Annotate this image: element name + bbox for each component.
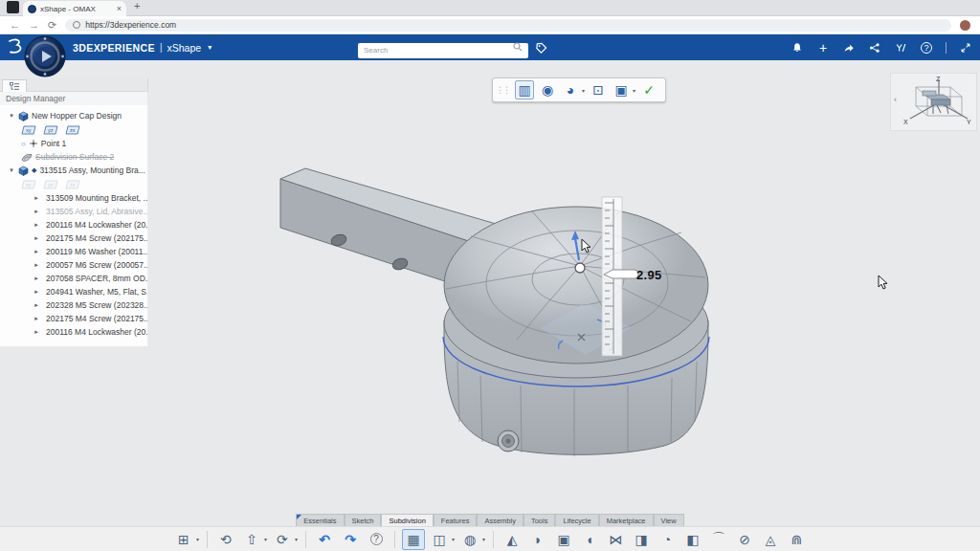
frame-face-button[interactable]: ▣ (552, 529, 575, 550)
axis-y-label[interactable]: Y (967, 119, 971, 125)
search-box[interactable] (358, 39, 528, 58)
address-bar[interactable]: https://3dexperience.com (65, 19, 951, 32)
help-button[interactable]: ? (365, 529, 388, 550)
model-bolt[interactable] (498, 430, 519, 452)
loop-edge-button[interactable]: ⋈ (604, 529, 627, 550)
profile-avatar[interactable] (960, 20, 970, 31)
collapse-caret-icon[interactable]: ▸ (33, 221, 40, 229)
toolbar-drag-handle[interactable]: ⋮⋮ (496, 85, 509, 95)
collapse-caret-icon[interactable]: ▸ (33, 248, 40, 255)
tree-item-subdivision-surface[interactable]: Subdivision Surface 2 (0, 150, 147, 164)
expand-caret-icon[interactable]: ▾ (8, 112, 15, 120)
plane-zx-icon[interactable]: zx (65, 179, 81, 190)
check-update-tool-button[interactable]: ✓ (639, 80, 658, 99)
bridge-faces-button[interactable]: ⋒ (785, 529, 808, 550)
help-icon[interactable]: ? (920, 41, 933, 55)
app-switcher[interactable]: 3DEXPERIENCE | xShape ▾ (73, 34, 212, 60)
refresh-icon[interactable]: ⟳ (48, 20, 56, 31)
tab-close-icon[interactable]: × (117, 5, 122, 13)
plane-xy-icon[interactable]: xy (21, 179, 37, 190)
tab-marketplace[interactable]: Marketplace (599, 514, 654, 526)
sphere-primitive-button[interactable]: ◍ (458, 529, 481, 550)
tree-item-part[interactable]: ▸ 202175 M4 Screw (202175... (0, 312, 147, 325)
tab-view[interactable]: View (654, 514, 684, 526)
chevron-down-icon[interactable]: ▾ (196, 536, 199, 542)
plane-yz-icon[interactable]: yz (43, 124, 59, 136)
share-arrow-icon[interactable] (842, 41, 856, 55)
refresh-sync-button[interactable]: ⟳ (271, 529, 294, 550)
box-primitive-button[interactable]: ▦ (402, 529, 425, 550)
notifications-bell-icon[interactable] (791, 41, 804, 55)
tab-assembly[interactable]: Assembly (477, 514, 523, 526)
tree-item-part[interactable]: ▸ 202175 M4 Screw (202175... (0, 231, 147, 245)
collapse-caret-icon[interactable]: ▸ (33, 275, 40, 282)
cut-sphere-button[interactable]: ◔ (656, 529, 679, 550)
back-icon[interactable]: ← (10, 20, 20, 31)
fill-face-button[interactable]: ◨ (630, 529, 653, 550)
search-input[interactable] (358, 43, 528, 58)
plane-zx-icon[interactable]: zx (65, 124, 81, 136)
assistant-y-slash-icon[interactable] (894, 41, 907, 55)
tree-item-root[interactable]: ▾ New Hopper Cap Design (0, 109, 147, 122)
tab-sketch[interactable]: Sketch (345, 514, 382, 526)
chevron-down-icon[interactable]: ▾ (582, 87, 585, 94)
view-cube[interactable]: Z X Y (891, 74, 976, 130)
revolve-surface-button[interactable]: ◗ (526, 529, 549, 550)
tree-view-tab[interactable] (2, 79, 27, 92)
tab-essentials[interactable]: Essentials (296, 514, 344, 526)
chevron-down-icon[interactable]: ▾ (633, 87, 635, 94)
resize-collapse-icon[interactable] (959, 41, 972, 55)
tab-tools[interactable]: Tools (523, 514, 556, 526)
cylinder-primitive-button[interactable]: ◫ (428, 529, 451, 550)
share-network-icon[interactable] (868, 41, 881, 55)
compass-logo[interactable] (23, 34, 67, 78)
collapse-caret-icon[interactable]: ▸ (33, 261, 40, 269)
view-cube-panel[interactable]: ‹ Z X Y (890, 73, 977, 131)
axis-z-label[interactable]: Z (936, 76, 941, 82)
tree-item-part[interactable]: ▸ 202328 M5 Screw (202328... (0, 298, 147, 312)
collapse-caret-icon[interactable]: ▸ (33, 288, 40, 296)
update-part-button[interactable]: ⟲ (214, 529, 237, 550)
tree-item-part[interactable]: ▸ 204941 Washer, M5, Flat, S... (0, 285, 147, 298)
display-sphere-tool-button[interactable]: ◉ (538, 80, 557, 99)
render-style-tool-button[interactable]: ▣ (612, 80, 631, 99)
chevron-down-icon[interactable]: ▾ (295, 536, 298, 542)
tree-item-part[interactable]: ▸ 207058 SPACER, 8mm OD... (0, 272, 147, 285)
tab-features[interactable]: Features (434, 514, 478, 526)
tab-subdivision[interactable]: Subdivision (381, 514, 433, 526)
plane-xy-icon[interactable]: xy (21, 124, 37, 136)
share-upload-button[interactable]: ⇧ (240, 529, 263, 550)
new-content-button[interactable]: ⊞ (172, 529, 195, 550)
tree-item-part[interactable]: ▸ 200116 M4 Lockwasher (20... (0, 218, 147, 231)
tag-icon[interactable] (535, 42, 547, 55)
tree-item-part[interactable]: ▸ 200116 M4 Lockwasher (20... (0, 325, 147, 339)
tree-item-part[interactable]: ▸ 200119 M6 Washer (20011... (0, 245, 147, 258)
extrude-face-button[interactable]: ◭ (501, 529, 523, 550)
tree-item-part[interactable]: ▸ 313509 Mounting Bracket, ... (0, 191, 147, 205)
new-tab-button[interactable]: + (134, 0, 140, 11)
forward-icon[interactable]: → (29, 20, 39, 31)
collapse-chevron-icon[interactable]: ‹ (894, 95, 897, 104)
collapse-caret-icon[interactable]: ▸ (33, 328, 40, 336)
browser-tab[interactable]: xShape - OMAX × (23, 1, 126, 16)
axis-x-label[interactable]: X (903, 119, 908, 125)
chevron-down-icon[interactable]: ▾ (264, 536, 267, 542)
collapse-caret-icon[interactable]: ▸ (33, 315, 40, 322)
tree-item-assembly[interactable]: ▾ ◆ 313515 Assy, Mounting Bra... (0, 164, 147, 177)
weld-vertices-button[interactable]: ◧ (681, 529, 704, 550)
tree-item-part[interactable]: ▸ 313505 Assy, Lid, Abrasive... (0, 205, 147, 218)
trim-face-button[interactable]: ◬ (759, 529, 782, 550)
redo-button[interactable]: ↷ (339, 529, 362, 550)
view-section-tool-button[interactable]: ◕ (561, 80, 580, 99)
collapse-caret-icon[interactable]: ▸ (33, 234, 40, 242)
bend-curve-button[interactable]: ⌒ (707, 529, 730, 550)
collapse-caret-icon[interactable]: ▸ (33, 208, 40, 215)
tab-lifecycle[interactable]: Lifecycle (555, 514, 598, 526)
collapse-caret-icon[interactable]: ▸ (33, 194, 40, 202)
expand-caret-icon[interactable]: ▾ (8, 166, 15, 174)
manipulators-tool-button[interactable]: ▥ (515, 80, 534, 99)
chevron-down-icon[interactable]: ▾ (482, 536, 485, 542)
tree-item-point[interactable]: ○ Point 1 (0, 137, 147, 150)
split-face-button[interactable]: ⊘ (733, 529, 756, 550)
undo-button[interactable]: ↶ (313, 529, 336, 550)
